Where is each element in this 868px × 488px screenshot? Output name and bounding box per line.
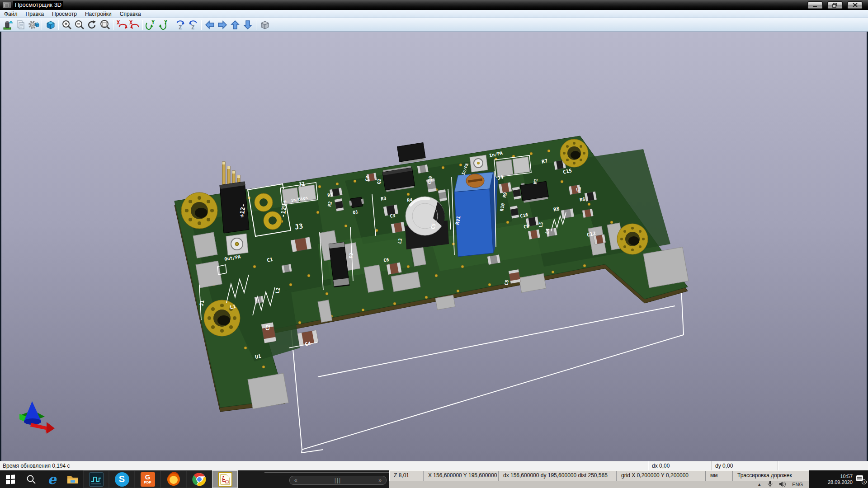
pcbnew-statusbar: Z 8,01 X 156,600000 Y 195,600000 dx 156,…	[389, 470, 809, 481]
zoom-out-icon[interactable]	[73, 19, 86, 31]
svg-text:Z: Z	[179, 24, 182, 30]
start-button[interactable]	[0, 470, 21, 488]
svg-text:Y: Y	[151, 19, 155, 25]
copy-image-icon[interactable]	[14, 19, 27, 31]
svg-text:C5: C5	[430, 223, 437, 230]
notification-badge: 1	[862, 479, 867, 484]
status-zoom: Z 8,01	[389, 471, 423, 481]
svg-text:U1: U1	[255, 353, 262, 360]
svg-text:Z: Z	[191, 24, 194, 30]
redraw-icon[interactable]	[86, 19, 99, 31]
reload-board-icon[interactable]	[2, 19, 14, 31]
clock-block[interactable]: 10:57 28.09.2020 1	[809, 470, 868, 488]
rotate-x-pos-icon[interactable]: X	[128, 19, 141, 31]
svg-text:L2: L2	[274, 287, 281, 294]
svg-text:C2: C2	[264, 324, 271, 331]
svg-text:R3: R3	[380, 196, 387, 202]
trimmer-potentiometer	[454, 172, 498, 257]
svg-text:L4: L4	[544, 228, 550, 235]
settings-icon[interactable]	[27, 19, 40, 31]
rotate-y-neg-icon[interactable]: Y	[145, 19, 157, 31]
language-indicator[interactable]: ENG	[792, 482, 803, 487]
viewer-dy: dy 0,00	[711, 461, 778, 471]
svg-text:R9: R9	[502, 192, 508, 198]
tray-expand-icon[interactable]: ▲	[757, 482, 761, 487]
zoom-in-icon[interactable]	[61, 19, 73, 31]
pin-header	[220, 162, 249, 233]
svg-text:R1: R1	[327, 192, 333, 198]
pdf-app-icon[interactable]: G PDF	[135, 470, 160, 488]
svg-text:R7: R7	[541, 158, 548, 164]
notification-icon[interactable]: 1	[856, 475, 865, 483]
pcb-3d-render: +12--12V+J2In/BiosJ3Out/PAC1L1L2C2C4U1J1…	[1, 32, 867, 461]
skype-icon[interactable]: S	[109, 470, 135, 488]
svg-text:R8: R8	[553, 206, 560, 212]
rotate-z-neg-icon[interactable]: Z	[174, 19, 187, 31]
chrome-icon[interactable]	[186, 470, 212, 488]
svg-text:C1: C1	[266, 257, 274, 263]
svg-text:C8: C8	[504, 280, 509, 286]
svg-text:J1: J1	[198, 300, 205, 307]
microphone-icon[interactable]	[768, 481, 773, 488]
svg-text:R2: R2	[327, 201, 333, 207]
svg-text:C4: C4	[304, 341, 311, 347]
svg-text:D2: D2	[348, 253, 354, 259]
restore-button[interactable]	[827, 1, 843, 9]
menu-view[interactable]: Просмотр	[48, 10, 81, 18]
taskbar: e S G PDF «|||»	[0, 470, 868, 488]
svg-text:L3: L3	[397, 238, 403, 244]
status-units: мм	[705, 471, 732, 481]
svg-text:C7: C7	[364, 176, 370, 182]
rotate-z-pos-icon[interactable]: Z	[187, 19, 199, 31]
svg-text:J3: J3	[294, 222, 304, 231]
toolbar: X X Y Y Z Z	[0, 18, 868, 32]
svg-text:Q1: Q1	[352, 209, 359, 215]
firefox-icon[interactable]	[160, 470, 186, 488]
viewer-dx: dx 0,00	[648, 461, 711, 471]
ufl-connector-out	[226, 234, 248, 255]
rotate-y-pos-icon[interactable]: Y	[157, 19, 170, 31]
minimize-button[interactable]	[807, 1, 823, 9]
search-icon[interactable]	[21, 470, 42, 488]
menu-help[interactable]: Справка	[116, 10, 145, 18]
system-tray: ▲ ENG	[389, 481, 809, 488]
zoom-fit-icon[interactable]	[99, 19, 111, 31]
oscilloscope-app-icon[interactable]	[83, 470, 109, 488]
axis-indicator	[19, 401, 55, 434]
window-title: Просмотрщик 3D	[13, 1, 63, 9]
svg-text:J2: J2	[298, 181, 306, 188]
kicad-taskbar-icon[interactable]	[212, 470, 238, 488]
status-dxdy: dx 156,600000 dy 195,600000 dist 250,565	[498, 471, 616, 481]
rotate-x-neg-icon[interactable]: X	[115, 19, 128, 31]
viewer-spare-cell	[778, 461, 868, 471]
svg-text:Q2: Q2	[376, 178, 382, 185]
render-time: Время обновления 0,194 с	[3, 461, 70, 470]
move-left-icon[interactable]	[203, 19, 216, 31]
horizontal-scrollbar[interactable]: «|||»	[289, 476, 387, 485]
edge-icon[interactable]: e	[42, 470, 62, 488]
move-up-icon[interactable]	[229, 19, 241, 31]
speaker-icon[interactable]	[779, 481, 786, 488]
menu-edit[interactable]: Правка	[22, 10, 48, 18]
svg-text:R4: R4	[406, 197, 413, 203]
svg-text:X: X	[117, 19, 120, 26]
move-down-icon[interactable]	[241, 19, 254, 31]
close-button[interactable]	[847, 1, 863, 9]
status-xy: X 156,600000 Y 195,600000	[423, 471, 498, 481]
move-right-icon[interactable]	[216, 19, 229, 31]
viewport-3d[interactable]: +12--12V+J2In/BiosJ3Out/PAC1L1L2C2C4U1J1…	[0, 32, 868, 461]
svg-text:L1: L1	[229, 304, 236, 310]
svg-text:C3: C3	[389, 213, 396, 219]
app-icon	[3, 2, 11, 8]
file-explorer-icon[interactable]	[62, 470, 83, 488]
svg-text:C6: C6	[383, 257, 389, 263]
menu-settings[interactable]: Настройки	[81, 10, 116, 18]
status-grid: grid X 0,200000 Y 0,200000	[616, 471, 705, 481]
menu-file[interactable]: Файл	[0, 10, 22, 18]
titlebar: Просмотрщик 3D	[0, 0, 868, 10]
ufl-connector-in	[470, 155, 488, 172]
tray-time: 10:57	[828, 474, 853, 479]
status-mode: Трассировка дорожек	[732, 471, 809, 481]
ortho-view-icon[interactable]	[258, 19, 271, 31]
orientation-cube-icon[interactable]	[44, 19, 57, 31]
